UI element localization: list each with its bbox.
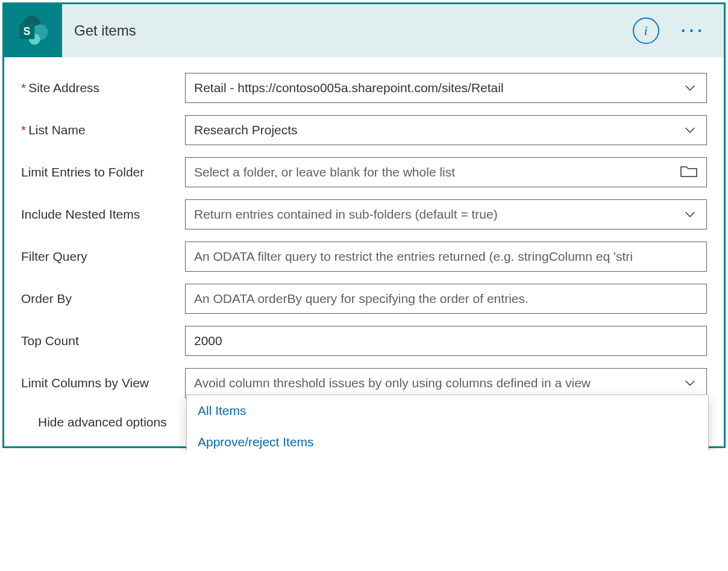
- header-actions: i ···: [633, 17, 724, 44]
- card-body: * Site Address Retail - https://contoso0…: [4, 57, 724, 446]
- card-header: S Get items i ···: [4, 4, 724, 57]
- filter-query-field[interactable]: [194, 242, 698, 271]
- row-filter-query: Filter Query: [21, 242, 707, 272]
- limit-columns-dropdown: All Items Approve/reject Items My submis…: [186, 395, 709, 451]
- label-list-name: * List Name: [21, 123, 185, 137]
- dropdown-item-all-items[interactable]: All Items: [187, 395, 708, 426]
- label-site-address: * Site Address: [21, 81, 185, 95]
- folder-picker-icon[interactable]: [680, 164, 698, 181]
- required-marker: *: [21, 123, 26, 137]
- chevron-down-icon: [682, 122, 698, 138]
- chevron-down-icon: [682, 375, 698, 391]
- limit-folder-input[interactable]: Select a folder, or leave blank for the …: [185, 157, 707, 187]
- info-icon[interactable]: i: [633, 17, 659, 44]
- card-title: Get items: [62, 22, 633, 39]
- more-options-icon[interactable]: ···: [681, 21, 706, 40]
- label-order-by: Order By: [21, 292, 185, 306]
- order-by-input[interactable]: [185, 284, 707, 314]
- action-card: S Get items i ··· * Site Address Retail …: [2, 2, 726, 448]
- row-top-count: Top Count: [21, 326, 707, 356]
- label-filter-query: Filter Query: [21, 249, 185, 264]
- site-address-select[interactable]: Retail - https://contoso005a.sharepoint.…: [185, 73, 707, 103]
- top-count-input[interactable]: [185, 326, 707, 356]
- row-list-name: * List Name Research Projects: [21, 115, 707, 145]
- sharepoint-logo-icon: S: [16, 14, 50, 48]
- row-limit-folder: Limit Entries to Folder Select a folder,…: [21, 157, 707, 187]
- required-marker: *: [21, 81, 26, 95]
- svg-text:S: S: [24, 25, 31, 37]
- dropdown-item-approve-reject[interactable]: Approve/reject Items: [187, 426, 708, 451]
- row-order-by: Order By: [21, 284, 707, 314]
- row-site-address: * Site Address Retail - https://contoso0…: [21, 73, 707, 103]
- chevron-down-icon: [682, 207, 698, 222]
- include-nested-select[interactable]: Return entries contained in sub-folders …: [185, 199, 707, 229]
- limit-columns-select[interactable]: Avoid column threshold issues by only us…: [185, 368, 707, 398]
- row-include-nested: Include Nested Items Return entries cont…: [21, 199, 707, 229]
- sharepoint-icon: S: [4, 4, 62, 57]
- label-top-count: Top Count: [21, 334, 185, 348]
- row-limit-columns: Limit Columns by View Avoid column thres…: [21, 368, 707, 398]
- top-count-field[interactable]: [194, 326, 698, 355]
- label-include-nested: Include Nested Items: [21, 207, 185, 222]
- list-name-select[interactable]: Research Projects: [185, 115, 707, 145]
- filter-query-input[interactable]: [185, 242, 707, 272]
- label-limit-folder: Limit Entries to Folder: [21, 165, 185, 179]
- chevron-down-icon: [682, 80, 698, 96]
- label-limit-columns: Limit Columns by View: [21, 376, 185, 390]
- order-by-field[interactable]: [194, 284, 698, 313]
